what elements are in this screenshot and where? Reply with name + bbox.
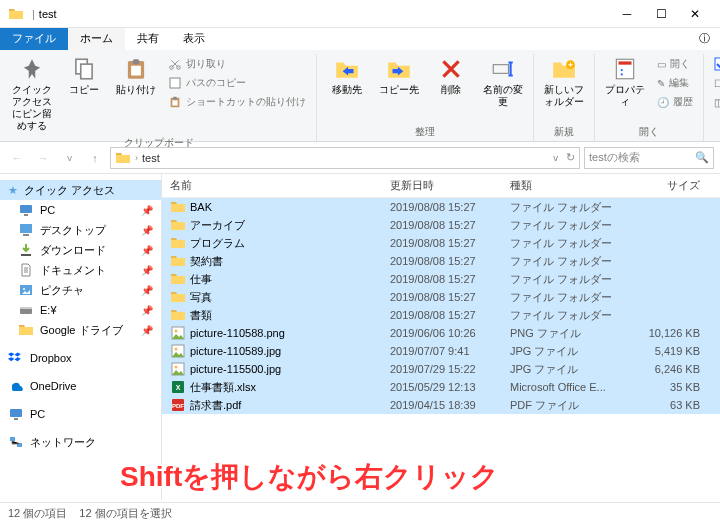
back-button[interactable]: ← xyxy=(6,147,28,169)
separator: | xyxy=(32,8,35,20)
file-date: 2015/05/29 12:13 xyxy=(390,381,510,393)
maximize-button[interactable]: ☐ xyxy=(644,3,678,25)
delete-button[interactable]: 削除 xyxy=(427,54,475,110)
file-type: JPG ファイル xyxy=(510,362,630,377)
edit-icon: ✎ xyxy=(657,78,665,89)
copy-button[interactable]: コピー xyxy=(60,54,108,134)
file-row[interactable]: 写真 2019/08/08 15:27 ファイル フォルダー xyxy=(162,288,720,306)
selectall-button[interactable]: すべて選択 xyxy=(712,56,720,72)
file-row[interactable]: BAK 2019/08/08 15:27 ファイル フォルダー xyxy=(162,198,720,216)
sidebar-dropbox[interactable]: Dropbox xyxy=(0,348,161,368)
file-size: 5,419 KB xyxy=(630,345,700,357)
file-type: ファイル フォルダー xyxy=(510,272,630,287)
file-date: 2019/07/29 15:22 xyxy=(390,363,510,375)
sidebar-item-desktop[interactable]: デスクトップ📌 xyxy=(0,220,161,240)
rename-button[interactable]: 名前の変更 xyxy=(479,54,527,110)
file-type: ファイル フォルダー xyxy=(510,308,630,323)
ribbon-help-button[interactable]: ⓘ xyxy=(689,28,720,50)
file-date: 2019/08/08 15:27 xyxy=(390,237,510,249)
file-date: 2019/07/07 9:41 xyxy=(390,345,510,357)
sidebar-quickaccess[interactable]: ★クイック アクセス xyxy=(0,180,161,200)
folder-icon xyxy=(18,322,34,338)
sidebar-item-documents[interactable]: ドキュメント📌 xyxy=(0,260,161,280)
file-date: 2019/08/08 15:27 xyxy=(390,291,510,303)
jpg-icon xyxy=(170,361,186,377)
file-row[interactable]: picture-110589.jpg 2019/07/07 9:41 JPG フ… xyxy=(162,342,720,360)
address-bar: ← → ⅴ ↑ › test ⅴ ↻ testの検索 🔍 xyxy=(0,142,720,174)
sidebar-item-gdrive[interactable]: Google ドライブ📌 xyxy=(0,320,161,340)
group-open: 開く xyxy=(639,123,659,141)
svg-rect-29 xyxy=(170,78,180,88)
col-name[interactable]: 名前 xyxy=(170,178,390,193)
col-size[interactable]: サイズ xyxy=(630,178,700,193)
copyto-button[interactable]: コピー先 xyxy=(375,54,423,110)
dropbox-icon xyxy=(8,350,24,366)
properties-button[interactable]: プロパティ xyxy=(601,54,649,112)
newfolder-button[interactable]: 新しいフォルダー xyxy=(540,54,588,110)
column-headers: 名前 更新日時 種類 サイズ xyxy=(162,174,720,198)
col-date[interactable]: 更新日時 xyxy=(390,178,510,193)
pin-icon: 📌 xyxy=(141,245,153,256)
pc-icon xyxy=(18,202,34,218)
sidebar-pc[interactable]: PC xyxy=(0,404,161,424)
file-type: ファイル フォルダー xyxy=(510,200,630,215)
pasteshortcut-button[interactable]: ショートカットの貼り付け xyxy=(166,94,308,110)
file-row[interactable]: picture-110588.png 2019/06/06 10:26 PNG … xyxy=(162,324,720,342)
breadcrumb[interactable]: test xyxy=(142,152,160,164)
col-type[interactable]: 種類 xyxy=(510,178,630,193)
sidebar-item-pictures[interactable]: ピクチャ📌 xyxy=(0,280,161,300)
file-name: picture-115500.jpg xyxy=(190,363,390,375)
close-button[interactable]: ✕ xyxy=(678,3,712,25)
file-name: BAK xyxy=(190,201,390,213)
invertselect-button[interactable]: ◫選択の切り替え xyxy=(712,94,720,110)
file-row[interactable]: 仕事書類.xlsx 2015/05/29 12:13 Microsoft Off… xyxy=(162,378,720,396)
file-row[interactable]: アーカイブ 2019/08/08 15:27 ファイル フォルダー xyxy=(162,216,720,234)
folder-icon xyxy=(170,271,186,287)
group-new: 新規 xyxy=(554,123,574,141)
refresh-button[interactable]: ↻ xyxy=(566,151,575,164)
file-row[interactable]: 書類 2019/08/08 15:27 ファイル フォルダー xyxy=(162,306,720,324)
pin-icon: 📌 xyxy=(141,285,153,296)
up-button[interactable]: ↑ xyxy=(84,147,106,169)
folder-icon xyxy=(170,289,186,305)
file-row[interactable]: 仕事 2019/08/08 15:27 ファイル フォルダー xyxy=(162,270,720,288)
tab-view[interactable]: 表示 xyxy=(171,28,217,50)
tab-home[interactable]: ホーム xyxy=(68,28,125,50)
navigation-pane: ★クイック アクセス PC📌 デスクトップ📌 ダウンロード📌 ドキュメント📌 ピ… xyxy=(0,174,162,500)
file-row[interactable]: プログラム 2019/08/08 15:27 ファイル フォルダー xyxy=(162,234,720,252)
sidebar-item-pc[interactable]: PC📌 xyxy=(0,200,161,220)
sidebar-item-drive[interactable]: E:¥📌 xyxy=(0,300,161,320)
copypath-button[interactable]: パスのコピー xyxy=(166,75,308,91)
dropdown-icon[interactable]: ⅴ xyxy=(553,153,558,163)
file-type: JPG ファイル xyxy=(510,344,630,359)
sidebar-onedrive[interactable]: OneDrive xyxy=(0,376,161,396)
history-icon: 🕘 xyxy=(657,97,669,108)
sidebar-item-downloads[interactable]: ダウンロード📌 xyxy=(0,240,161,260)
pin-button[interactable]: クイック アクセスにピン留めする xyxy=(8,54,56,134)
file-row[interactable]: 請求書.pdf 2019/04/15 18:39 PDF ファイル 63 KB xyxy=(162,396,720,414)
sidebar-network[interactable]: ネットワーク xyxy=(0,432,161,452)
edit-button[interactable]: ✎編集 xyxy=(655,75,695,91)
recent-button[interactable]: ⅴ xyxy=(58,147,80,169)
moveto-button[interactable]: 移動先 xyxy=(323,54,371,110)
file-row[interactable]: picture-115500.jpg 2019/07/29 15:22 JPG … xyxy=(162,360,720,378)
item-count: 12 個の項目 xyxy=(8,506,67,521)
uncheck-icon: ☐ xyxy=(714,78,720,89)
paste-button[interactable]: 貼り付け xyxy=(112,54,160,134)
file-row[interactable]: 契約書 2019/08/08 15:27 ファイル フォルダー xyxy=(162,252,720,270)
history-button[interactable]: 🕘履歴 xyxy=(655,94,695,110)
address-input[interactable]: › test ⅴ ↻ xyxy=(110,147,580,169)
folder-icon xyxy=(170,199,186,215)
forward-button[interactable]: → xyxy=(32,147,54,169)
search-input[interactable]: testの検索 🔍 xyxy=(584,147,714,169)
minimize-button[interactable]: ─ xyxy=(610,3,644,25)
file-name: 仕事書類.xlsx xyxy=(190,380,390,395)
tab-file[interactable]: ファイル xyxy=(0,28,68,50)
file-name: アーカイブ xyxy=(190,218,390,233)
file-name: プログラム xyxy=(190,236,390,251)
cut-button[interactable]: 切り取り xyxy=(166,56,308,72)
tab-share[interactable]: 共有 xyxy=(125,28,171,50)
selectnone-button[interactable]: ☐選択解除 xyxy=(712,75,720,91)
folder-icon xyxy=(8,6,24,22)
open-button[interactable]: ▭開く xyxy=(655,56,695,72)
